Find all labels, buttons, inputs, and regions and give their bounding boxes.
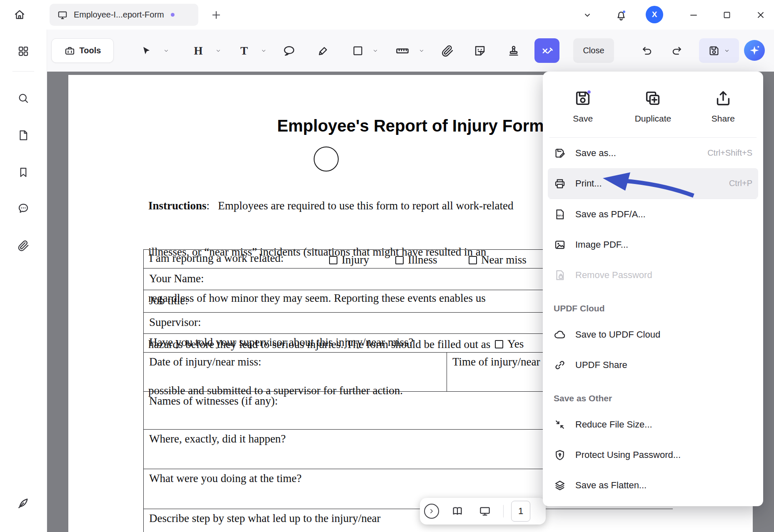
sidebar-item-pages[interactable]	[16, 128, 30, 142]
close-window-button[interactable]	[752, 6, 770, 24]
sidebar-item-bookmarks[interactable]	[16, 165, 30, 179]
save-dropdown-menu: Save Duplicate	[543, 72, 763, 506]
maximize-button[interactable]	[718, 6, 736, 24]
current-page-number: 1	[518, 506, 523, 517]
ai-assistant-button[interactable]	[744, 40, 765, 61]
text-tool-dropdown[interactable]	[260, 48, 267, 54]
close-tool-mode-button[interactable]: Close	[573, 38, 614, 63]
maximize-icon	[722, 10, 732, 20]
option-illness[interactable]: Illness	[395, 254, 437, 266]
close-icon	[756, 10, 766, 20]
date-time-divider	[447, 353, 447, 391]
shape-tool-dropdown[interactable]	[372, 48, 379, 54]
measure-tool[interactable]	[394, 43, 410, 59]
presentation-button[interactable]	[478, 505, 492, 518]
sticker-tool[interactable]	[472, 43, 488, 59]
shield-lock-icon	[554, 449, 566, 461]
home-button[interactable]	[10, 5, 29, 24]
redo-button[interactable]	[669, 43, 685, 59]
share-icon	[714, 89, 733, 108]
svg-text:PDF/A: PDF/A	[557, 214, 564, 217]
sticker-icon	[473, 44, 487, 57]
reader-mode-button[interactable]	[451, 505, 464, 518]
edit-text-tool[interactable]: H	[190, 43, 206, 59]
select-tool-dropdown[interactable]	[163, 48, 170, 54]
pen-icon	[17, 497, 30, 510]
comment-tool[interactable]	[281, 43, 297, 59]
highlighter-tool[interactable]	[315, 43, 331, 59]
save-button-group[interactable]	[699, 38, 739, 63]
edit-text-tool-dropdown[interactable]	[215, 48, 222, 54]
checkbox-yes[interactable]	[495, 340, 503, 348]
shape-tool[interactable]	[350, 43, 366, 59]
supervisor-label: Supervisor:	[149, 316, 201, 329]
signature-icon	[540, 44, 554, 58]
sidebar-divider	[12, 71, 34, 72]
chevron-down-icon	[724, 48, 730, 54]
checkbox-near-miss[interactable]	[469, 256, 477, 264]
sidebar-item-attachments[interactable]	[16, 239, 30, 253]
title-bar: Employee-I...eport-Form X	[0, 0, 774, 30]
link-icon	[554, 359, 566, 371]
illness-label: Illness	[408, 254, 437, 266]
save-label: Save	[573, 114, 593, 124]
updf-app-window: Employee-I...eport-Form X	[0, 0, 774, 532]
menu-item-protect-password[interactable]: Protect Using Password...	[548, 440, 758, 470]
menu-item-save-as-flatten[interactable]: Save as Flatten...	[548, 470, 758, 500]
injury-label: Injury	[342, 254, 369, 266]
menu-share-button[interactable]: Share	[688, 89, 758, 124]
notifications-button[interactable]	[612, 6, 630, 24]
stamp-tool[interactable]	[506, 43, 522, 59]
menu-item-save-as[interactable]: Save as... Ctrl+Shift+S	[548, 138, 758, 168]
menu-item-updf-share[interactable]: UPDF Share	[548, 350, 758, 380]
option-yes[interactable]: Yes	[495, 338, 524, 351]
text-tool[interactable]: T	[236, 43, 252, 59]
menu-section-updf-cloud: UPDF Cloud	[548, 290, 758, 319]
sidebar-item-pen-tool[interactable]	[16, 496, 30, 510]
what-label: What were you doing at the time?	[149, 472, 302, 485]
menu-duplicate-button[interactable]: Duplicate	[618, 89, 688, 124]
chevron-down-icon	[260, 48, 267, 54]
sidebar-item-comments[interactable]	[16, 201, 30, 215]
tools-button[interactable]: Tools	[51, 38, 114, 63]
menu-section-save-as-other: Save as Other	[548, 380, 758, 409]
instructions-word: Instructions	[148, 199, 207, 212]
bookmark-icon	[17, 166, 30, 179]
chat-icon	[17, 202, 30, 214]
stamp-icon	[507, 44, 520, 57]
cursor-icon	[140, 45, 152, 57]
new-tab-button[interactable]	[210, 9, 222, 21]
sidebar-item-apps[interactable]	[16, 44, 30, 58]
option-near-miss[interactable]: Near miss	[469, 254, 527, 266]
menu-item-reduce-file-size[interactable]: Reduce File Size...	[548, 409, 758, 440]
save-to-cloud-label: Save to UPDF Cloud	[575, 329, 660, 340]
avatar[interactable]: X	[646, 6, 663, 23]
checkbox-injury[interactable]	[329, 256, 337, 264]
near-miss-label: Near miss	[481, 254, 527, 266]
option-injury[interactable]: Injury	[329, 254, 369, 266]
page-number-input[interactable]: 1	[511, 501, 530, 522]
menu-save-button[interactable]: Save	[548, 89, 618, 124]
blue-pointer-arrow	[594, 167, 702, 208]
save-as-pdfa-label: Save as PDF/A...	[575, 209, 646, 220]
undo-button[interactable]	[639, 43, 655, 59]
select-tool[interactable]	[138, 43, 154, 59]
avatar-initial: X	[652, 10, 657, 19]
document-tab[interactable]: Employee-I...eport-Form	[50, 4, 198, 26]
signature-tool-active[interactable]	[534, 38, 559, 63]
row-describe[interactable]: Describe step by step what led up to the…	[144, 509, 673, 532]
next-panel-button[interactable]	[424, 504, 439, 519]
minimize-button[interactable]	[684, 6, 703, 24]
sidebar-item-search[interactable]	[16, 91, 30, 105]
tab-list-dropdown[interactable]	[578, 6, 597, 24]
describe-label: Describe step by step what led up to the…	[149, 512, 381, 525]
menu-item-save-to-cloud[interactable]: Save to UPDF Cloud	[548, 319, 758, 350]
attachment-tool[interactable]	[439, 43, 455, 59]
measure-tool-dropdown[interactable]	[418, 48, 425, 54]
told-supervisor-label: Have you told your supervisor about this…	[149, 336, 413, 349]
checkbox-illness[interactable]	[395, 256, 404, 264]
protect-password-label: Protect Using Password...	[575, 450, 681, 460]
square-icon	[352, 45, 364, 57]
menu-item-remove-password: Remove Password	[548, 260, 758, 290]
menu-item-image-pdf[interactable]: Image PDF...	[548, 229, 758, 260]
